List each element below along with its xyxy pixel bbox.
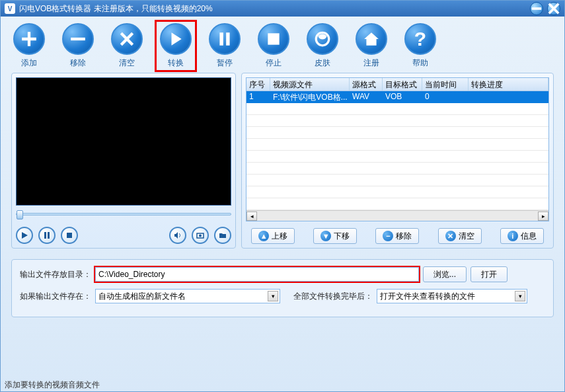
close-button[interactable] xyxy=(547,2,560,15)
seek-slider[interactable] xyxy=(16,208,231,220)
output-path-input[interactable] xyxy=(95,267,419,282)
list-clear-button[interactable]: ✕清空 xyxy=(438,228,482,244)
x-icon: ✕ xyxy=(445,231,456,241)
info-icon: i xyxy=(508,231,518,241)
remove-button[interactable]: 移除 xyxy=(60,23,96,69)
toolbar: 添加 移除 清空 转换 暂停 停止 皮肤 注册 xyxy=(1,17,564,73)
video-preview xyxy=(16,77,231,206)
skin-button[interactable]: 皮肤 xyxy=(305,23,340,69)
svg-rect-6 xyxy=(44,232,46,239)
clear-button[interactable]: 清空 xyxy=(109,23,145,69)
ifexist-select[interactable]: 自动生成相应的新文件名 ▾ xyxy=(95,289,280,303)
open-button[interactable]: 打开 xyxy=(471,266,508,282)
table-row[interactable]: 1 F:\软件\闪电VOB格... WAV VOB 0 xyxy=(246,91,548,103)
browse-button[interactable]: 浏览... xyxy=(423,266,467,282)
arrow-up-icon: ▲ xyxy=(258,231,269,241)
table-header: 序号 视频源文件 源格式 目标格式 当前时间 转换进度 xyxy=(246,78,548,91)
movedown-button[interactable]: ▼下移 xyxy=(313,228,357,244)
player-pause-button[interactable] xyxy=(38,227,56,244)
app-logo-icon: V xyxy=(5,3,15,14)
svg-rect-8 xyxy=(67,233,72,238)
svg-rect-1 xyxy=(71,38,85,40)
output-panel: 输出文件存放目录： 浏览... 打开 如果输出文件存在： 自动生成相应的新文件名… xyxy=(11,259,554,317)
list-remove-button[interactable]: −移除 xyxy=(375,228,419,244)
play-icon xyxy=(160,23,192,55)
svg-rect-4 xyxy=(268,33,279,44)
minimize-button[interactable] xyxy=(530,2,543,15)
pause-button[interactable]: 暂停 xyxy=(207,23,243,69)
col-dstfmt[interactable]: 目标格式 xyxy=(383,78,422,91)
window-title: 闪电VOB格式转换器 未注册版本，只能转换视频的20% xyxy=(19,3,530,15)
svg-rect-3 xyxy=(226,32,229,46)
col-time[interactable]: 当前时间 xyxy=(422,78,469,91)
titlebar: V 闪电VOB格式转换器 未注册版本，只能转换视频的20% xyxy=(1,1,564,17)
app-window: V 闪电VOB格式转换器 未注册版本，只能转换视频的20% 添加 移除 清空 转… xyxy=(0,0,565,392)
player-snapshot-button[interactable] xyxy=(192,227,209,244)
pause-icon xyxy=(209,23,241,55)
skin-icon xyxy=(307,23,338,55)
info-button[interactable]: i信息 xyxy=(500,228,544,244)
chevron-down-icon: ▾ xyxy=(268,291,278,301)
col-progress[interactable]: 转换进度 xyxy=(469,78,548,91)
chevron-down-icon: ▾ xyxy=(515,291,525,301)
minus-icon xyxy=(62,23,94,55)
help-button[interactable]: ? 帮助 xyxy=(402,23,438,69)
svg-rect-0 xyxy=(532,7,541,10)
stop-button[interactable]: 停止 xyxy=(256,23,291,69)
col-srcfmt[interactable]: 源格式 xyxy=(350,78,383,91)
file-list-panel: 序号 视频源文件 源格式 目标格式 当前时间 转换进度 1 F:\软件\闪电VO… xyxy=(241,73,554,249)
home-icon xyxy=(356,23,387,55)
player-stop-button[interactable] xyxy=(61,227,78,244)
plus-icon xyxy=(13,23,45,55)
arrow-down-icon: ▼ xyxy=(320,231,331,241)
scroll-right-icon[interactable]: ▸ xyxy=(538,212,548,221)
add-button[interactable]: 添加 xyxy=(11,23,47,69)
preview-panel xyxy=(11,73,236,249)
svg-point-10 xyxy=(199,235,202,237)
horizontal-scrollbar[interactable]: ◂ ▸ xyxy=(246,210,548,221)
stop-icon xyxy=(258,23,289,55)
player-folder-button[interactable] xyxy=(214,227,231,244)
svg-rect-7 xyxy=(48,232,50,239)
moveup-button[interactable]: ▲上移 xyxy=(251,228,295,244)
convert-button[interactable]: 转换 xyxy=(158,23,194,69)
col-num[interactable]: 序号 xyxy=(246,78,270,91)
empty-rows xyxy=(246,103,548,210)
status-bar: 添加要转换的视频音频文件 xyxy=(1,378,564,391)
scroll-left-icon[interactable]: ◂ xyxy=(246,212,257,221)
after-select[interactable]: 打开文件夹查看转换的文件 ▾ xyxy=(377,289,527,303)
col-source[interactable]: 视频源文件 xyxy=(270,78,350,91)
minus-icon: − xyxy=(383,231,393,241)
x-icon xyxy=(111,23,143,55)
question-icon: ? xyxy=(404,23,436,55)
player-volume-button[interactable] xyxy=(169,227,186,244)
file-table[interactable]: 序号 视频源文件 源格式 目标格式 当前时间 转换进度 1 F:\软件\闪电VO… xyxy=(246,77,549,221)
register-button[interactable]: 注册 xyxy=(354,23,389,69)
svg-rect-2 xyxy=(219,32,223,46)
after-label: 全部文件转换完毕后： xyxy=(293,291,373,302)
ifexist-label: 如果输出文件存在： xyxy=(20,291,91,302)
outpath-label: 输出文件存放目录： xyxy=(20,269,91,280)
player-play-button[interactable] xyxy=(16,227,33,244)
